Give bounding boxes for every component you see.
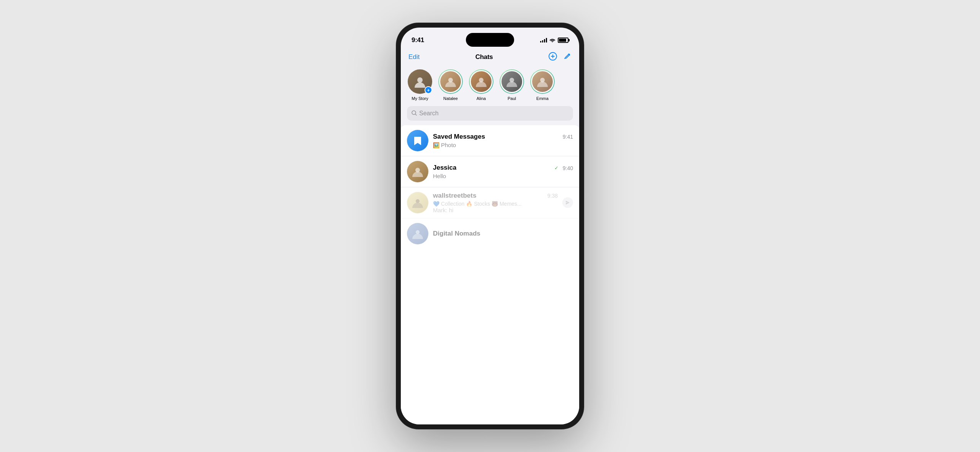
alina-avatar: [470, 70, 492, 93]
stories-row: + My Story Natalee: [401, 66, 579, 106]
digital-nomads-content: Digital Nomads: [433, 230, 573, 237]
status-icons: [540, 37, 568, 43]
send-icon: [562, 197, 573, 208]
battery-icon: [558, 38, 568, 43]
wallstreetbets-preview-row: Mark: hi: [433, 207, 558, 213]
jessica-preview-row: Hello: [433, 173, 573, 179]
saved-messages-header: Saved Messages 9:41: [433, 133, 573, 141]
chat-item-jessica[interactable]: Jessica ✓ 9:40 Hello: [401, 156, 579, 187]
jessica-preview: Hello: [433, 173, 446, 179]
nav-bar: Edit Chats: [401, 49, 579, 66]
paul-avatar-wrapper: [500, 69, 524, 94]
search-bar[interactable]: Search: [407, 106, 573, 121]
emma-story-ring: [530, 69, 555, 94]
chat-item-digital-nomads[interactable]: Digital Nomads: [401, 218, 579, 249]
emma-avatar: [531, 70, 554, 93]
svg-point-8: [416, 199, 420, 203]
saved-messages-name: Saved Messages: [433, 133, 485, 141]
search-placeholder: Search: [419, 110, 439, 117]
page-title: Chats: [475, 53, 493, 61]
jessica-content: Jessica ✓ 9:40 Hello: [433, 164, 573, 179]
wallstreetbets-tags: 💙 Collection 🔥 Stocks 🐻 Memes...: [433, 201, 558, 207]
phone-frame: 9:41: [396, 23, 584, 429]
digital-nomads-name: Digital Nomads: [433, 230, 480, 237]
jessica-header: Jessica ✓ 9:40: [433, 164, 573, 172]
chat-item-saved-messages[interactable]: Saved Messages 9:41 🖼️ Photo: [401, 125, 579, 156]
saved-messages-preview-row: 🖼️ Photo: [433, 142, 573, 148]
story-label-my-story: My Story: [412, 96, 428, 101]
alina-story-ring: [469, 69, 493, 94]
wallstreetbets-preview: Mark: hi: [433, 207, 453, 213]
compose-icon[interactable]: [563, 52, 572, 62]
photo-emoji: 🖼️: [433, 142, 439, 148]
jessica-time: 9:40: [563, 165, 573, 171]
status-time: 9:41: [412, 36, 424, 44]
natalee-avatar-wrapper: [438, 69, 463, 94]
dynamic-island: [466, 33, 514, 47]
jessica-time-row: ✓ 9:40: [554, 165, 573, 171]
wallstreetbets-time: 9:38: [547, 193, 558, 199]
wallstreetbets-name: wallstreetbets: [433, 192, 476, 200]
wallstreetbets-content: wallstreetbets 9:38 💙 Collection 🔥 Stock…: [433, 192, 558, 213]
digital-nomads-avatar: [407, 223, 428, 244]
saved-messages-preview: Photo: [441, 142, 456, 148]
natalee-avatar: [439, 70, 462, 93]
paul-avatar: [501, 70, 523, 93]
chat-item-wallstreetbets[interactable]: wallstreetbets 9:38 💙 Collection 🔥 Stock…: [401, 187, 579, 218]
alina-avatar-wrapper: [469, 69, 493, 94]
edit-button[interactable]: Edit: [408, 53, 420, 61]
add-contact-icon[interactable]: [549, 52, 557, 62]
story-item-alina[interactable]: Alina: [466, 69, 497, 101]
wallstreetbets-avatar: [407, 192, 428, 213]
story-item-paul[interactable]: Paul: [497, 69, 527, 101]
signal-icon: [540, 38, 547, 43]
story-label-natalee: Natalee: [443, 96, 458, 101]
jessica-name: Jessica: [433, 164, 456, 172]
wallstreetbets-header: wallstreetbets 9:38: [433, 192, 558, 200]
saved-messages-avatar: [407, 130, 428, 151]
natalee-story-ring: [438, 69, 463, 94]
my-story-avatar-wrapper: +: [408, 69, 432, 94]
story-label-paul: Paul: [508, 96, 516, 101]
emma-avatar-wrapper: [530, 69, 555, 94]
story-item-natalee[interactable]: Natalee: [435, 69, 466, 101]
story-label-alina: Alina: [477, 96, 486, 101]
chat-list: Saved Messages 9:41 🖼️ Photo: [401, 125, 579, 424]
phone-screen: 9:41: [401, 28, 579, 424]
wifi-icon: [549, 37, 555, 43]
paul-story-ring: [500, 69, 524, 94]
svg-point-9: [416, 230, 420, 234]
jessica-avatar: [407, 161, 428, 182]
add-story-badge: +: [425, 86, 432, 94]
story-item-my-story[interactable]: + My Story: [405, 69, 435, 101]
search-icon: [412, 110, 417, 117]
check-icon: ✓: [554, 165, 559, 171]
story-label-emma: Emma: [536, 96, 549, 101]
nav-actions: [549, 52, 572, 62]
story-item-emma[interactable]: Emma: [527, 69, 558, 101]
svg-point-1: [417, 77, 423, 83]
saved-messages-content: Saved Messages 9:41 🖼️ Photo: [433, 133, 573, 148]
saved-messages-time: 9:41: [563, 134, 573, 140]
